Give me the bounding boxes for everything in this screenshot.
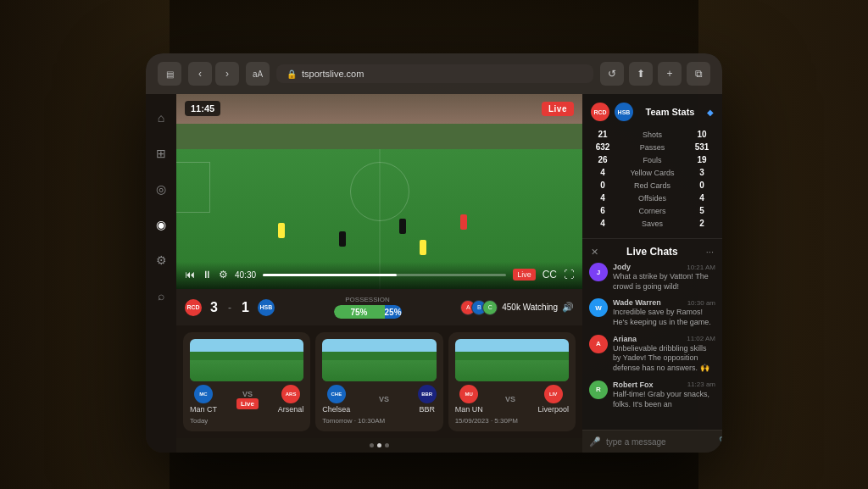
fullscreen-button[interactable]: ⛶ xyxy=(564,269,574,281)
sidebar-toggle-button[interactable]: ▤ xyxy=(158,62,181,86)
mic-icon[interactable]: 🎤 xyxy=(589,436,601,447)
stat-away-val: 2 xyxy=(690,219,714,228)
possession-home: 75% xyxy=(334,305,385,319)
home-logo-text: RCD xyxy=(186,304,199,310)
reload-button[interactable]: ↺ xyxy=(600,62,624,86)
video-controls: ⏮ ⏸ ⚙ 40:30 Live CC ⛶ xyxy=(176,262,582,289)
match-time-1: Tomorrow · 10:30AM xyxy=(322,417,436,425)
sound-icon: 🔊 xyxy=(562,302,574,313)
forward-button[interactable]: › xyxy=(215,62,239,86)
chat-input[interactable] xyxy=(606,437,714,447)
chat-more-button[interactable]: ··· xyxy=(706,247,714,257)
nav-live-icon[interactable]: ◎ xyxy=(149,177,173,201)
away-team-logo: HSB xyxy=(258,299,275,316)
pause-button[interactable]: ⏸ xyxy=(202,269,212,281)
home-logo-2: MU xyxy=(459,385,478,403)
back-button[interactable]: ‹ xyxy=(188,62,212,86)
chat-message: W Wade Warren 10:30 am Incredible save b… xyxy=(589,298,715,327)
match-home-team-0: MC Man CT xyxy=(190,385,217,414)
chat-timestamp: 11:02 AM xyxy=(687,335,715,342)
away-team-score: HSB xyxy=(258,299,275,316)
stat-home-val: 632 xyxy=(591,142,615,152)
score-divider: - xyxy=(228,302,231,314)
vs-label-0: VS xyxy=(242,390,253,398)
nav-games-icon[interactable]: ⊞ xyxy=(149,142,173,165)
match-card-0[interactable]: MC Man CT VS Live ARS Arsenal Today xyxy=(183,332,310,431)
chat-close-button[interactable]: ✕ xyxy=(591,247,598,258)
progress-bar[interactable] xyxy=(263,274,506,276)
match-home-team-1: CHE Chelsea xyxy=(322,385,350,414)
stats-title: Team Stats xyxy=(646,107,695,117)
chat-username: Ariana xyxy=(613,335,637,343)
rewind-button[interactable]: ⏮ xyxy=(185,269,195,281)
home-name-2: Man UN xyxy=(455,405,483,414)
stat-row: 4 Offsides 4 xyxy=(591,192,714,204)
chat-message: A Ariana 11:02 AM Unbelievable dribbling… xyxy=(589,335,715,374)
vs-label-1: VS xyxy=(379,395,389,403)
nav-search-icon[interactable]: ⌕ xyxy=(149,284,173,308)
chat-messages: J Jody 10:21 AM What a strike by Vatton!… xyxy=(582,263,722,430)
video-overlay-top: 11:45 Live xyxy=(185,101,574,116)
stat-away-val: 3 xyxy=(690,168,714,177)
stats-nav-icon[interactable]: ◆ xyxy=(707,108,714,117)
stat-home-val: 4 xyxy=(591,168,615,177)
add-tab-button[interactable]: + xyxy=(658,62,682,86)
nav-home-icon[interactable]: ⌂ xyxy=(149,106,173,130)
nav-tv-icon[interactable]: ◉ xyxy=(149,213,173,236)
match-home-team-2: MU Man UN xyxy=(455,385,483,414)
away-stats-logo: HSB xyxy=(615,103,633,121)
stat-home-val: 4 xyxy=(591,193,615,203)
away-logo-0: ARS xyxy=(281,385,300,403)
match-card-2[interactable]: MU Man UN VS LIV Liverpool 15/09/2023 · … xyxy=(448,332,576,431)
chat-input-row: 🎤 📎 ➤ xyxy=(582,430,722,453)
stat-row: 4 Saves 2 xyxy=(591,217,714,230)
match-field-preview-2 xyxy=(455,339,569,381)
dot-0 xyxy=(370,443,374,447)
stats-rows: 21 Shots 10 632 Passes 531 26 Fouls 19 4… xyxy=(591,128,714,230)
watching-count: 450k Watching xyxy=(502,303,558,312)
live-chats-panel: ✕ Live Chats ··· J Jody 10:21 AM What a … xyxy=(582,239,722,453)
video-field xyxy=(176,94,582,289)
stat-label: Offsides xyxy=(615,194,690,203)
chat-header: ✕ Live Chats ··· xyxy=(582,239,722,263)
chat-title: Live Chats xyxy=(626,246,678,258)
chat-message: J Jody 10:21 AM What a strike by Vatton!… xyxy=(589,263,715,292)
chat-meta: Ariana 11:02 AM xyxy=(613,335,715,343)
chat-username: Wade Warren xyxy=(613,298,661,307)
match-card-1[interactable]: CHE Chelsea VS BBR BBR Tomorrow · 10:30A… xyxy=(315,332,442,431)
home-team-logo: RCD xyxy=(185,299,202,316)
chat-content: Wade Warren 10:30 am Incredible save by … xyxy=(613,298,715,327)
match-field-preview-0 xyxy=(190,339,303,381)
chat-text: Incredible save by Ramos! He's keeping u… xyxy=(613,308,715,327)
match-teams-0: MC Man CT VS Live ARS Arsenal xyxy=(190,385,303,414)
chat-text: Unbelievable dribbling skills by Yadev! … xyxy=(613,344,715,374)
chat-username: Robert Fox xyxy=(613,381,654,389)
team-stats-panel: RCD HSB Team Stats ◆ 21 Shots 10 632 Pas… xyxy=(582,94,722,239)
score-bar: RCD 3 - 1 HSB POSSESSION 75% 25% xyxy=(176,289,582,325)
settings-button[interactable]: ⚙ xyxy=(219,269,228,281)
home-name-1: Chelsea xyxy=(322,405,350,414)
chat-username: Jody xyxy=(613,263,631,271)
stat-away-val: 531 xyxy=(690,142,714,152)
chat-timestamp: 10:30 am xyxy=(687,299,715,307)
url-bar[interactable]: 🔒 tsportslive.com xyxy=(276,64,593,83)
stat-label: Fouls xyxy=(615,156,690,164)
home-team-score: RCD xyxy=(185,299,202,316)
right-panel: RCD HSB Team Stats ◆ 21 Shots 10 632 Pas… xyxy=(582,94,722,453)
text-size-button[interactable]: aA xyxy=(246,62,270,86)
cc-button[interactable]: CC xyxy=(542,269,557,281)
chat-content: Robert Fox 11:23 am Half-time! Grab your… xyxy=(613,381,715,409)
chat-text: Half-time! Grab your snacks, folks. It's… xyxy=(613,390,715,409)
browser-chrome: ▤ ‹ › aA 🔒 tsportslive.com ↺ ⬆ + xyxy=(146,53,722,94)
match-time-0: Today xyxy=(190,417,303,425)
chat-avatar: W xyxy=(589,298,608,317)
chat-avatar: A xyxy=(589,335,608,353)
share-button[interactable]: ⬆ xyxy=(629,62,653,86)
stat-home-val: 26 xyxy=(591,155,615,164)
tabs-button[interactable]: ⧉ xyxy=(687,62,710,86)
video-time-badge: 11:45 xyxy=(185,101,220,116)
stat-label: Red Cards xyxy=(615,181,690,190)
live-indicator: Live xyxy=(513,269,536,281)
away-name-2: Liverpool xyxy=(537,405,569,414)
nav-settings-icon[interactable]: ⚙ xyxy=(149,248,173,272)
